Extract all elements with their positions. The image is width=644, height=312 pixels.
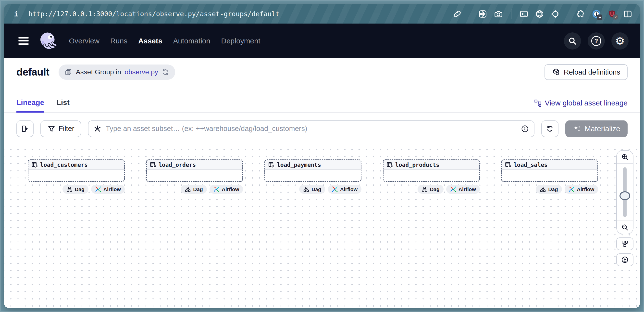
dag-icon [66, 186, 72, 192]
asset-name: load_orders [158, 162, 196, 168]
asset-node-box[interactable]: load_sales – [501, 159, 598, 182]
asset-node[interactable]: load_payments – Dag Airflow [264, 159, 362, 194]
sparkles-icon [573, 124, 582, 133]
search-button[interactable] [564, 32, 581, 50]
extensions-puzzle-icon[interactable] [576, 9, 586, 19]
reload-definitions-button[interactable]: Reload definitions [544, 64, 628, 80]
nav-item-runs[interactable]: Runs [110, 37, 128, 45]
asset-node[interactable]: load_products – Dag Airflow [383, 159, 480, 194]
photos-icon[interactable] [478, 9, 488, 19]
asset-table-icon [268, 162, 274, 168]
asset-node-box[interactable]: load_orders – [146, 159, 243, 182]
tag-dag[interactable]: Dag [299, 185, 325, 194]
camera-icon[interactable] [494, 9, 503, 19]
asset-node[interactable]: load_sales – Dag Airflow [501, 159, 598, 194]
asset-node-tags: Dag Airflow [28, 185, 125, 194]
recenter-button[interactable] [616, 253, 634, 266]
link-icon[interactable] [452, 9, 462, 19]
asset-node-tags: Dag Airflow [264, 185, 362, 194]
refresh-icon [546, 125, 554, 133]
asset-status-value: – [268, 172, 272, 179]
tag-airflow[interactable]: Airflow [446, 185, 480, 194]
badge-file-link[interactable]: observe.py [124, 68, 158, 76]
asset-subset-input[interactable] [105, 124, 517, 133]
asset-node-box[interactable]: load_customers – [28, 159, 125, 182]
nav-item-deployment[interactable]: Deployment [221, 37, 260, 45]
tag-label: Airflow [577, 186, 594, 192]
tag-label: Dag [430, 186, 440, 192]
help-button[interactable]: ? [588, 32, 605, 50]
nav-item-assets[interactable]: Assets [138, 37, 162, 45]
split-view-icon[interactable] [623, 9, 632, 19]
zoom-slider[interactable] [617, 164, 633, 220]
filter-funnel-icon [47, 125, 56, 133]
tag-airflow[interactable]: Airflow [210, 185, 243, 194]
dag-icon [303, 186, 309, 192]
asset-status-value: – [505, 172, 509, 179]
screenshot-stage: i http://127.0.0.1:3000/locations/observ… [0, 0, 644, 312]
tabs-row: Lineage List View global asset lineage [4, 98, 640, 113]
terminal-icon[interactable] [519, 9, 528, 19]
airflow-icon [332, 186, 338, 192]
asset-table-icon [31, 162, 38, 168]
page-header: default Asset Group in observe.py Reload… [4, 58, 640, 113]
lineage-graph-canvas[interactable]: load_customers – Dag Airflow [4, 145, 640, 308]
airflow-icon [568, 186, 575, 192]
sync-icon[interactable] [162, 68, 169, 76]
search-icon [568, 36, 577, 46]
op-selection-icon [93, 125, 102, 133]
asset-table-icon [150, 162, 156, 168]
asset-node-box[interactable]: load_products – [383, 159, 480, 182]
tab-list[interactable]: List [56, 98, 69, 112]
tag-dag[interactable]: Dag [181, 185, 207, 194]
open-side-panel-button[interactable] [16, 120, 34, 137]
tag-dag[interactable]: Dag [418, 185, 444, 194]
tag-airflow[interactable]: Airflow [564, 185, 598, 194]
nav-action-buttons: ? ⚙ [564, 32, 628, 50]
zoom-slider-thumb[interactable] [620, 191, 630, 200]
materialize-button[interactable]: Materialize [565, 120, 628, 137]
relayout-graph-button[interactable] [616, 237, 634, 250]
asset-group-badge: Asset Group in observe.py [58, 65, 175, 80]
dagster-logo[interactable] [38, 31, 58, 51]
tag-airflow[interactable]: Airflow [91, 185, 125, 194]
badge-label: Asset Group in [76, 68, 121, 76]
zoom-out-button[interactable] [617, 220, 633, 234]
view-global-asset-lineage-link[interactable]: View global asset lineage [534, 99, 628, 112]
browser-url-bar: i http://127.0.0.1:3000/locations/observ… [4, 4, 640, 24]
info-icon[interactable] [521, 125, 529, 133]
tag-label: Dag [193, 186, 203, 192]
toolbar-divider [511, 9, 512, 19]
asset-group-icon [64, 68, 72, 76]
nav-item-overview[interactable]: Overview [69, 37, 100, 45]
filter-button[interactable]: Filter [40, 120, 81, 137]
help-icon: ? [591, 36, 601, 46]
onepassword-icon[interactable] [592, 9, 601, 19]
zoom-in-button[interactable] [617, 151, 633, 164]
dag-icon [540, 186, 546, 192]
nav-item-automation[interactable]: Automation [173, 37, 210, 45]
refresh-button[interactable] [541, 120, 558, 137]
globe-icon[interactable] [535, 9, 544, 19]
asset-status-value: – [150, 172, 154, 179]
browser-window: i http://127.0.0.1:3000/locations/observ… [4, 4, 640, 308]
hamburger-menu-icon[interactable] [18, 37, 29, 45]
url-text[interactable]: http://127.0.0.1:3000/locations/observe.… [28, 10, 452, 18]
asset-node-box[interactable]: load_payments – [264, 159, 362, 182]
asset-status-value: – [387, 172, 390, 179]
dag-icon [185, 186, 191, 192]
tag-airflow[interactable]: Airflow [328, 185, 362, 194]
tag-label: Airflow [458, 186, 476, 192]
view-global-label: View global asset lineage [545, 99, 628, 107]
airflow-icon [214, 186, 220, 192]
filter-button-label: Filter [58, 125, 74, 133]
asset-node[interactable]: load_customers – Dag Airflow [28, 159, 125, 194]
tag-dag[interactable]: Dag [536, 185, 562, 194]
tab-lineage[interactable]: Lineage [16, 98, 44, 113]
tag-dag[interactable]: Dag [62, 185, 88, 194]
adblock-shield-icon[interactable]: 2 [608, 9, 617, 19]
settings-button[interactable]: ⚙ [612, 32, 628, 50]
asset-node[interactable]: load_orders – Dag Airflow [146, 159, 243, 194]
target-icon[interactable] [551, 9, 560, 19]
toolbar-divider [470, 9, 470, 19]
